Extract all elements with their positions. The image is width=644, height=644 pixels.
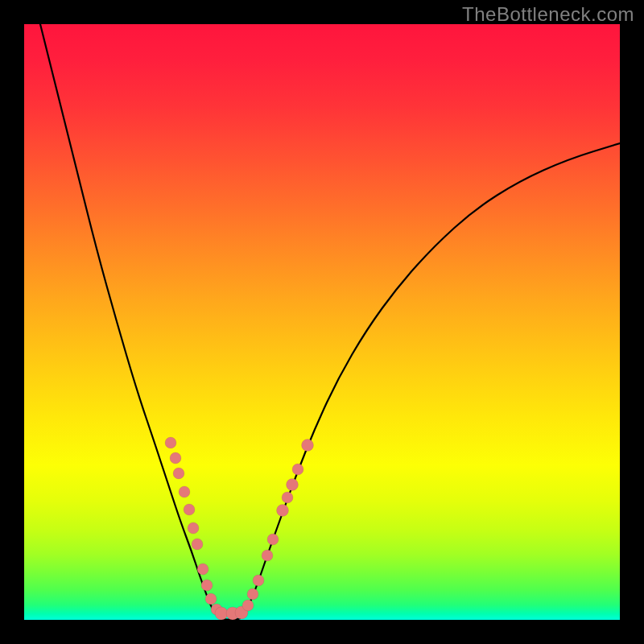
data-dot xyxy=(287,479,299,491)
chart-svg-overlay xyxy=(24,24,620,620)
data-dot xyxy=(173,468,184,479)
data-dot xyxy=(247,588,258,600)
data-dot xyxy=(184,504,195,515)
data-dot xyxy=(201,580,213,591)
data-dots-group xyxy=(165,437,314,620)
bottleneck-curve xyxy=(40,24,620,620)
data-dot xyxy=(262,550,273,561)
data-dot xyxy=(253,575,264,586)
data-dot xyxy=(192,539,203,550)
data-dot xyxy=(277,505,289,517)
data-dot xyxy=(302,440,314,452)
data-dot xyxy=(242,600,254,611)
data-dot xyxy=(205,593,217,605)
data-dot xyxy=(197,564,208,575)
data-dot xyxy=(267,534,279,545)
data-dot xyxy=(170,452,181,464)
data-dot xyxy=(165,437,176,448)
chart-plot-area xyxy=(24,24,620,620)
data-dot xyxy=(292,464,303,475)
data-dot xyxy=(215,607,228,620)
data-dot xyxy=(282,492,293,503)
watermark-text: TheBottleneck.com xyxy=(462,3,634,26)
data-dot xyxy=(188,522,199,534)
data-dot xyxy=(179,486,190,497)
